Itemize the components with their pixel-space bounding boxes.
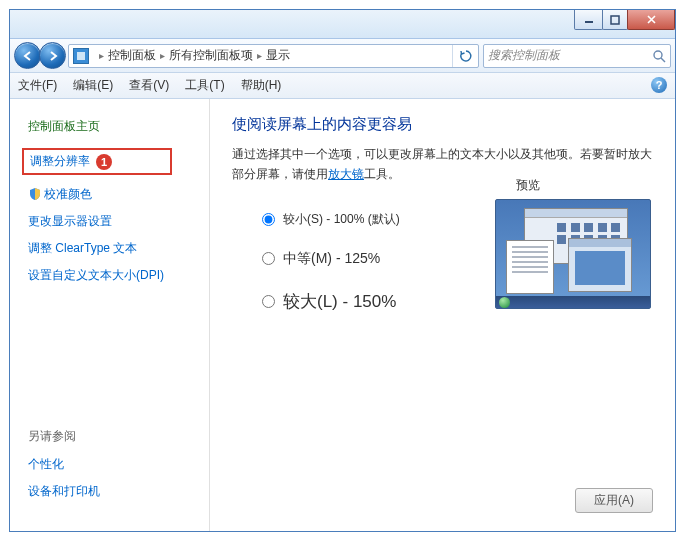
radio-small[interactable] [262, 213, 275, 226]
content-area: 使阅读屏幕上的内容更容易 通过选择其中一个选项，可以更改屏幕上的文本大小以及其他… [210, 99, 675, 531]
change-display-settings-link[interactable]: 更改显示器设置 [28, 208, 209, 235]
page-description: 通过选择其中一个选项，可以更改屏幕上的文本大小以及其他项。若要暂时放大部分屏幕，… [232, 144, 657, 185]
sidebar: 控制面板主页 调整分辨率 1 校准颜色 更改显示器设置 调整 ClearType… [10, 99, 210, 531]
annotation-badge: 1 [96, 154, 112, 170]
menu-view[interactable]: 查看(V) [129, 77, 169, 94]
see-also-heading: 另请参阅 [28, 424, 209, 451]
back-button[interactable] [14, 42, 41, 69]
menu-file[interactable]: 文件(F) [18, 77, 57, 94]
svg-point-2 [654, 51, 662, 59]
chevron-right-icon: ▸ [99, 50, 104, 61]
close-button[interactable] [627, 10, 675, 30]
minimize-button[interactable] [574, 10, 603, 30]
magnifier-link[interactable]: 放大镜 [328, 167, 364, 181]
control-panel-home-link[interactable]: 控制面板主页 [28, 113, 209, 145]
forward-button[interactable] [39, 42, 66, 69]
shield-icon [28, 187, 42, 201]
crumb-control-panel[interactable]: 控制面板 [108, 47, 156, 64]
radio-large[interactable] [262, 295, 275, 308]
help-icon[interactable]: ? [651, 77, 667, 93]
crumb-all-items[interactable]: 所有控制面板项 [169, 47, 253, 64]
search-input[interactable]: 搜索控制面板 [483, 44, 671, 68]
crumb-display[interactable]: 显示 [266, 47, 290, 64]
titlebar[interactable] [10, 10, 675, 39]
calibrate-color-link[interactable]: 校准颜色 [28, 181, 209, 208]
apply-button[interactable]: 应用(A) [575, 488, 653, 513]
svg-rect-0 [585, 21, 593, 23]
radio-medium[interactable] [262, 252, 275, 265]
adjust-resolution-label: 调整分辨率 [30, 153, 90, 170]
chevron-right-icon: ▸ [160, 50, 165, 61]
preview-image [495, 199, 651, 309]
start-orb-icon [499, 297, 510, 308]
adjust-resolution-link[interactable]: 调整分辨率 1 [22, 148, 172, 175]
menubar: 文件(F) 编辑(E) 查看(V) 工具(T) 帮助(H) ? [10, 73, 675, 99]
adjust-cleartype-link[interactable]: 调整 ClearType 文本 [28, 235, 209, 262]
menu-help[interactable]: 帮助(H) [241, 77, 282, 94]
menu-tools[interactable]: 工具(T) [185, 77, 224, 94]
svg-rect-1 [611, 16, 619, 24]
navbar: ▸ 控制面板 ▸ 所有控制面板项 ▸ 显示 搜索控制面板 [10, 39, 675, 73]
menu-edit[interactable]: 编辑(E) [73, 77, 113, 94]
search-placeholder: 搜索控制面板 [488, 47, 560, 64]
set-custom-dpi-link[interactable]: 设置自定义文本大小(DPI) [28, 262, 209, 289]
preview-label: 预览 [516, 177, 540, 194]
breadcrumb[interactable]: ▸ 控制面板 ▸ 所有控制面板项 ▸ 显示 [68, 44, 479, 68]
refresh-button[interactable] [452, 45, 478, 67]
control-panel-window: ▸ 控制面板 ▸ 所有控制面板项 ▸ 显示 搜索控制面板 文件(F) 编辑(E)… [9, 9, 676, 532]
maximize-button[interactable] [602, 10, 628, 30]
personalization-link[interactable]: 个性化 [28, 451, 209, 478]
devices-printers-link[interactable]: 设备和打印机 [28, 478, 209, 505]
chevron-right-icon: ▸ [257, 50, 262, 61]
page-title: 使阅读屏幕上的内容更容易 [232, 115, 657, 134]
search-icon [652, 49, 666, 63]
control-panel-icon [73, 48, 89, 64]
